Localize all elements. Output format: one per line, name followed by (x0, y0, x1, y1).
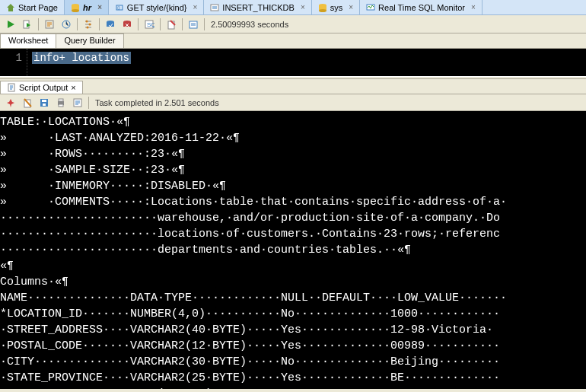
rollback-button[interactable] (119, 17, 135, 32)
close-icon[interactable]: × (193, 3, 198, 11)
run-button[interactable] (3, 17, 18, 32)
history-button[interactable] (186, 17, 201, 32)
svg-rect-5 (211, 5, 218, 11)
tab-sql-monitor[interactable]: Real Time SQL Monitor × (360, 0, 482, 14)
svg-point-14 (89, 23, 91, 25)
subtab-query-builder[interactable]: Query Builder (56, 33, 123, 48)
separator (182, 18, 183, 30)
close-icon[interactable]: × (349, 3, 353, 11)
tab-label: hr (83, 3, 91, 12)
worksheet-subtabs: Worksheet Query Builder (0, 33, 586, 49)
pin-button[interactable] (3, 95, 18, 110)
separator (77, 18, 78, 30)
tab-label: Start Page (18, 3, 58, 12)
clear-output-button[interactable] (20, 95, 35, 110)
script-output-pane[interactable]: TABLE:·LOCATIONS·«¶ » ·LAST·ANALYZED:201… (0, 111, 586, 389)
separator (38, 18, 39, 30)
separator (204, 18, 205, 30)
svg-rect-17 (107, 22, 114, 27)
svg-rect-31 (59, 104, 63, 107)
file-tabs: Start Page hr × {} GET style/{kind} × IN… (0, 0, 586, 15)
sql-tuning-button[interactable] (81, 17, 96, 32)
tab-label: INSERT_THICKDB (222, 3, 295, 12)
output-status-label: Task completed in 2.501 seconds (95, 98, 219, 107)
script-icon (7, 83, 16, 92)
unshared-worksheet-button[interactable]: SQL (142, 17, 157, 32)
svg-point-15 (87, 26, 89, 28)
tab-get-style[interactable]: {} GET style/{kind} × (109, 0, 205, 14)
tab-label: Real Time SQL Monitor (378, 3, 465, 12)
output-toolbar: Task completed in 2.501 seconds (0, 94, 586, 111)
svg-rect-27 (42, 100, 46, 102)
line-gutter: 1 (0, 49, 27, 76)
svg-point-8 (319, 9, 326, 12)
output-tab-script[interactable]: Script Output × (0, 81, 83, 94)
close-icon[interactable]: × (301, 3, 305, 11)
save-output-button[interactable] (37, 95, 52, 110)
tab-label: GET style/{kind} (127, 3, 187, 12)
close-icon[interactable]: × (97, 3, 102, 11)
subtab-worksheet[interactable]: Worksheet (0, 33, 56, 48)
commit-button[interactable] (103, 17, 118, 32)
worksheet-toolbar: SQL 2.50099993 seconds (0, 15, 586, 33)
svg-text:SQL: SQL (147, 21, 154, 28)
svg-rect-28 (43, 104, 46, 106)
print-button[interactable] (53, 95, 68, 110)
sql-icon (210, 3, 219, 12)
close-icon[interactable]: × (471, 3, 476, 11)
editor-content[interactable]: info+ locations (27, 49, 135, 76)
svg-rect-19 (123, 22, 131, 27)
monitor-icon (366, 3, 375, 12)
db-icon (318, 3, 327, 12)
separator (160, 18, 161, 30)
output-tabs: Script Output × (0, 79, 586, 94)
clear-button[interactable] (164, 17, 179, 32)
svg-text:{}: {} (117, 5, 120, 10)
run-script-button[interactable] (20, 17, 35, 32)
sql-editor[interactable]: 1 info+ locations (0, 49, 586, 76)
tab-sys[interactable]: sys × (312, 0, 360, 14)
separator (88, 97, 89, 109)
tab-insert-thickdb[interactable]: INSERT_THICKDB × (204, 0, 311, 14)
home-icon (6, 3, 15, 12)
autotrace-button[interactable] (59, 17, 74, 32)
explain-plan-button[interactable] (42, 17, 57, 32)
output-tab-label: Script Output (19, 83, 68, 92)
close-icon[interactable]: × (71, 83, 75, 92)
svg-rect-30 (59, 99, 63, 101)
svg-point-2 (72, 9, 79, 12)
tab-label: sys (330, 3, 343, 12)
separator (99, 18, 100, 30)
separator (138, 18, 139, 30)
svg-point-13 (86, 20, 88, 22)
tab-start-page[interactable]: Start Page (0, 0, 65, 14)
execution-time-label: 2.50099993 seconds (211, 20, 288, 29)
rest-icon: {} (115, 3, 124, 12)
tab-hr[interactable]: hr × (65, 0, 109, 14)
db-icon (71, 3, 80, 12)
find-button[interactable] (70, 95, 85, 110)
